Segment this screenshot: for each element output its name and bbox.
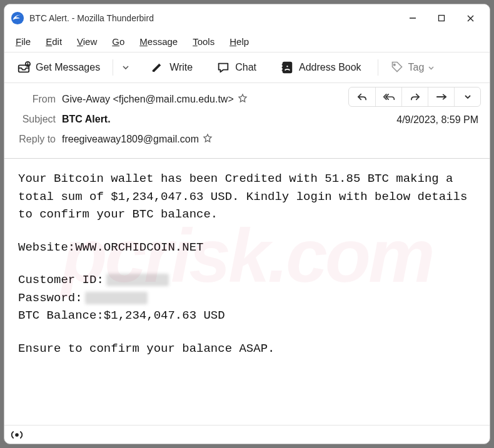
- get-messages-label: Get Messages: [36, 62, 100, 73]
- menu-view[interactable]: View: [71, 34, 103, 49]
- online-status-icon[interactable]: [11, 430, 23, 440]
- menu-help[interactable]: Help: [223, 34, 255, 49]
- thunderbird-icon: [11, 11, 24, 25]
- star-from-icon[interactable]: [238, 93, 248, 106]
- reply-all-button[interactable]: [375, 87, 401, 106]
- write-button[interactable]: Write: [144, 57, 199, 78]
- body-website-line: Website:WWW.ORCHIDCOIN.NET: [18, 239, 476, 257]
- body-paragraph-1: Your Bitcoin wallet has been Credited wi…: [18, 170, 476, 224]
- message-headers: From Give-Away <fjchen@mail.cmu.edu.tw> …: [4, 83, 490, 159]
- star-replyto-icon[interactable]: [203, 133, 213, 146]
- chat-icon: [216, 61, 230, 74]
- subject-value: BTC Alert.: [62, 114, 111, 125]
- minimize-button[interactable]: [398, 4, 427, 32]
- inbox-download-icon: [17, 61, 31, 74]
- reply-button[interactable]: [349, 87, 375, 106]
- balance-line: BTC Balance:$1,234,047.63 USD: [18, 307, 476, 325]
- chat-button[interactable]: Chat: [210, 57, 263, 78]
- tag-button[interactable]: Tag: [385, 57, 441, 78]
- password-value-redacted: [85, 292, 148, 304]
- menu-message[interactable]: Message: [133, 34, 184, 49]
- menu-file[interactable]: File: [9, 34, 37, 49]
- menu-tools[interactable]: Tools: [186, 34, 221, 49]
- get-messages-dropdown[interactable]: [119, 64, 132, 71]
- svg-point-14: [16, 434, 18, 436]
- from-value[interactable]: Give-Away <fjchen@mail.cmu.edu.tw>: [62, 94, 234, 105]
- address-book-icon: [280, 61, 294, 74]
- customer-id-value-redacted: [106, 274, 169, 286]
- message-body: Your Bitcoin wallet has been Credited wi…: [4, 159, 490, 425]
- address-book-button[interactable]: Address Book: [274, 57, 368, 78]
- message-datetime: 4/9/2023, 8:59 PM: [396, 114, 478, 126]
- tag-label: Tag: [408, 62, 425, 73]
- redirect-button[interactable]: [428, 87, 454, 106]
- chevron-down-icon: [428, 64, 435, 71]
- menu-go[interactable]: Go: [106, 34, 131, 49]
- main-toolbar: Get Messages Write Chat Address Book: [4, 52, 490, 82]
- customer-id-label: Customer ID:: [18, 271, 104, 289]
- password-label: Password:: [18, 289, 83, 307]
- maximize-button[interactable]: [427, 4, 456, 32]
- chat-label: Chat: [235, 62, 256, 73]
- replyto-label: Reply to: [16, 134, 62, 145]
- get-messages-button[interactable]: Get Messages: [11, 57, 106, 78]
- message-action-bar: [348, 87, 481, 107]
- app-window: BTC Alert. - Mozilla Thunderbird File Ed…: [4, 4, 490, 444]
- status-bar: [4, 425, 490, 444]
- tag-icon: [391, 61, 405, 74]
- svg-point-12: [393, 64, 395, 66]
- address-book-label: Address Book: [299, 62, 361, 73]
- subject-label: Subject: [16, 114, 62, 125]
- pencil-icon: [151, 61, 164, 74]
- forward-button[interactable]: [401, 87, 428, 106]
- svg-rect-2: [439, 16, 445, 21]
- title-bar: BTC Alert. - Mozilla Thunderbird: [4, 4, 490, 32]
- menu-bar: File Edit View Go Message Tools Help: [4, 32, 490, 51]
- from-label: From: [16, 94, 62, 105]
- write-label: Write: [169, 62, 193, 73]
- close-button[interactable]: [456, 4, 485, 32]
- svg-point-8: [286, 65, 288, 67]
- more-actions-button[interactable]: [454, 87, 480, 106]
- body-paragraph-3: Ensure to confirm your balance ASAP.: [18, 340, 476, 358]
- menu-edit[interactable]: Edit: [39, 34, 68, 49]
- window-title: BTC Alert. - Mozilla Thunderbird: [29, 13, 154, 23]
- replyto-value[interactable]: freegiveaway1809@gmail.com: [62, 134, 199, 145]
